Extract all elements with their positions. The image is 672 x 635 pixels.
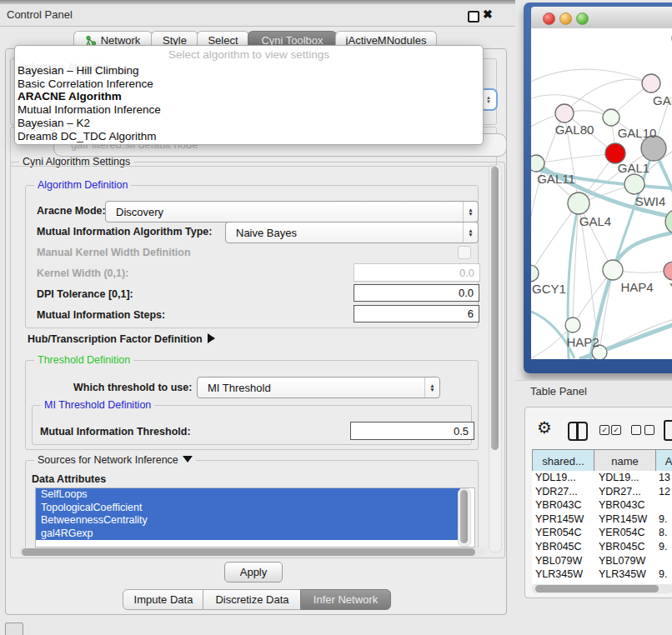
node-hap2[interactable] (565, 318, 580, 332)
mi-threshold-field[interactable]: 0.5 (350, 422, 474, 440)
table-panel: ⚙ ✓ ✓ shared... name A YDL19...YDL19...1… (524, 407, 672, 598)
dropdown-item-aracne[interactable]: ARACNE Algorithm (15, 90, 483, 103)
aracne-mode-label: Aracne Mode: (37, 205, 106, 217)
node-gal10[interactable] (603, 109, 619, 126)
node-hap4[interactable] (603, 260, 623, 280)
tab-impute-data[interactable]: Impute Data (123, 589, 204, 610)
which-threshold-combo[interactable]: MI Threshold ▲▼ (197, 377, 440, 398)
table-panel-titlebar: Table Panel (515, 380, 672, 402)
apply-button[interactable]: Apply (224, 562, 283, 582)
dropdown-item[interactable]: Basic Correlation Inference (15, 78, 483, 91)
column-header-third[interactable]: A (655, 449, 672, 472)
close-icon[interactable]: ✖ (483, 8, 493, 21)
network-icon (86, 36, 97, 46)
table-row[interactable]: YDR27...YDR27...12 (532, 485, 672, 499)
node-gal4[interactable] (568, 192, 589, 214)
h-scrollbar-thumb[interactable] (22, 548, 475, 556)
list-item[interactable]: gal4RGexp (36, 528, 460, 541)
mi-type-value: Naive Bayes (226, 227, 463, 239)
network-canvas[interactable]: GAL GAL80 GAL10 GAL1 GAL11 SWI4 GAL4 HAP… (531, 28, 672, 359)
mi-threshold-label: Mutual Information Threshold: (40, 426, 191, 438)
sources-title-text: Sources for Network Inference (38, 454, 178, 466)
settings-vertical-scrollbar[interactable] (489, 164, 502, 552)
close-traffic-light-icon[interactable] (543, 12, 555, 25)
table-row[interactable]: YBL079WYBL079W (532, 554, 672, 568)
list-scrollbar-thumb[interactable] (460, 490, 468, 543)
control-panel-title: Control Panel (7, 4, 73, 26)
kernel-width-field[interactable]: 0.0 (354, 263, 480, 282)
gear-icon[interactable]: ⚙ (537, 419, 552, 436)
node-salmon[interactable] (664, 262, 672, 280)
column-header-label: shared... (542, 455, 584, 468)
network-graph: GAL GAL80 GAL10 GAL1 GAL11 SWI4 GAL4 HAP… (531, 28, 672, 359)
table-body: YDL19...YDL19...13 YDR27...YDR27...12 YB… (532, 471, 672, 584)
table-panel-title: Table Panel (530, 385, 587, 398)
algorithm-dropdown-popup: Select algorithm to view settings Bayesi… (14, 45, 484, 145)
which-threshold-value: MI Threshold (198, 382, 424, 394)
manual-kernel-checkbox[interactable] (458, 246, 471, 259)
split-columns-icon[interactable] (568, 422, 588, 441)
sources-group-title[interactable]: Sources for Network Inference (34, 454, 196, 466)
table-row[interactable]: YBR043CYBR043C (532, 498, 672, 512)
table-row[interactable]: YER054CYER054C8. (532, 526, 672, 540)
combo-arrows-icon: ▲▼ (463, 222, 478, 242)
checked-box-icon[interactable]: ✓ (599, 425, 609, 435)
tab-discretize-data-label: Discretize Data (215, 593, 288, 606)
network-window-titlebar[interactable] (531, 7, 672, 29)
v-scrollbar-thumb[interactable] (491, 167, 499, 450)
dropdown-item[interactable]: Dream8 DC_TDC Algorithm (15, 130, 483, 143)
settings-horizontal-scrollbar[interactable] (18, 548, 485, 557)
which-threshold-label: Which threshold to use: (73, 382, 192, 393)
node-green-right[interactable] (665, 209, 672, 234)
kernel-width-label: Kernel Width (0,1): (37, 268, 128, 279)
node-gal80[interactable] (555, 104, 574, 122)
combo-arrows-icon: ▲▼ (424, 378, 439, 398)
unchecked-box-icon[interactable] (644, 425, 654, 435)
minimized-panel-icon[interactable] (5, 622, 23, 635)
list-item[interactable]: SelfLoops (36, 488, 460, 502)
table-horizontal-scrollbar[interactable] (532, 584, 672, 593)
document-icon[interactable] (664, 420, 672, 441)
unchecked-box-icon[interactable] (631, 425, 641, 435)
spinner-down-icon: ▼ (486, 100, 491, 104)
minimize-traffic-light-icon[interactable] (559, 12, 572, 25)
screen: Control Panel ✖ Network Style Select Cyn… (0, 0, 672, 635)
node-swi4[interactable] (624, 174, 644, 194)
node-label: GAL4 (579, 214, 611, 228)
dpi-tolerance-field[interactable]: 0.0 (354, 284, 479, 302)
node-label: SWI4 (635, 194, 666, 208)
collapse-down-icon (183, 456, 193, 462)
dropdown-item[interactable]: Mutual Information Inference (15, 103, 483, 117)
table-row[interactable]: YPR145WYPR145W9. (532, 512, 672, 527)
dropdown-item[interactable]: Bayesian – K2 (15, 117, 483, 130)
manual-kernel-label: Manual Kernel Width Definition (37, 247, 191, 258)
node-gal11[interactable] (531, 155, 544, 172)
mi-type-combo[interactable]: Naive Bayes ▲▼ (225, 222, 479, 243)
table-row[interactable]: YLR345WYLR345W9. (532, 568, 672, 582)
data-attributes-label: Data Attributes (32, 473, 106, 485)
tab-infer-network[interactable]: Infer Network (300, 589, 391, 610)
node-pink-top[interactable] (642, 74, 660, 92)
mi-steps-label: Mutual Information Steps: (37, 309, 165, 321)
table-h-scrollbar-thumb[interactable] (535, 585, 659, 592)
column-header-name[interactable]: name (594, 449, 656, 472)
checked-box-icon[interactable]: ✓ (611, 425, 621, 435)
zoom-traffic-light-icon[interactable] (576, 12, 589, 25)
list-vertical-scrollbar[interactable] (458, 488, 471, 547)
list-item[interactable]: TopologicalCoefficient (36, 502, 460, 515)
hub-definition-toggle[interactable]: Hub/Transcription Factor Definition (28, 333, 215, 345)
node-label: GAL80 (555, 122, 594, 137)
dpi-tolerance-label: DPI Tolerance [0,1]: (37, 288, 133, 300)
mi-threshold-group-title: MI Threshold Definition (41, 399, 154, 411)
list-item[interactable]: BetweennessCentrality (36, 514, 460, 528)
node-gcy1[interactable] (531, 265, 539, 282)
table-row[interactable]: YBR045CYBR045C9. (532, 540, 672, 554)
tab-discretize-data[interactable]: Discretize Data (203, 589, 302, 610)
tab-impute-data-label: Impute Data (134, 593, 193, 606)
aracne-mode-combo[interactable]: Discovery ▲▼ (105, 201, 479, 222)
node-label: GAL10 (618, 126, 657, 140)
table-row[interactable]: YDL19...YDL19...13 (532, 471, 672, 485)
float-window-icon[interactable] (468, 11, 479, 22)
mi-steps-field[interactable]: 6 (354, 305, 479, 322)
column-header-shared[interactable]: shared... (532, 449, 594, 472)
